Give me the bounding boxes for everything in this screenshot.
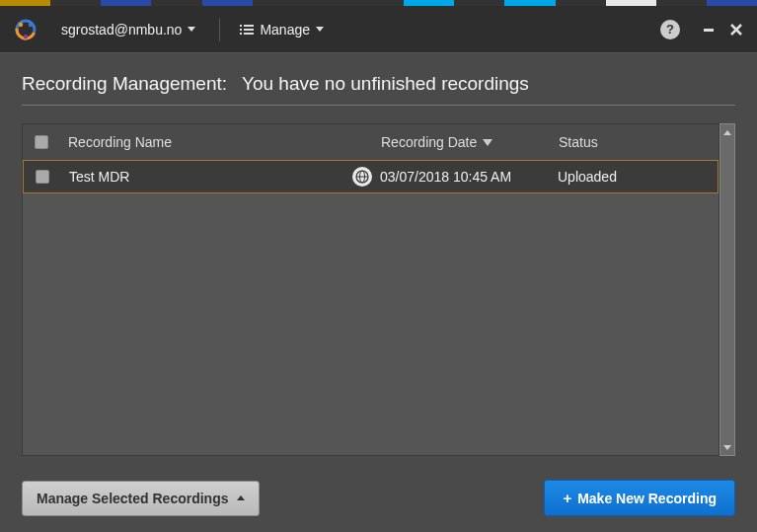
- manage-selected-button[interactable]: Manage Selected Recordings: [22, 481, 260, 516]
- minimize-button[interactable]: [700, 21, 718, 38]
- page-title-body: You have no unfinished recordings: [242, 73, 529, 94]
- row-date: 03/07/2018 10:45 AM: [380, 169, 558, 185]
- caret-up-icon: [237, 495, 245, 500]
- column-header-name[interactable]: Recording Name: [68, 134, 345, 150]
- chevron-down-icon: [723, 445, 731, 450]
- close-icon: [730, 24, 742, 36]
- manage-selected-label: Manage Selected Recordings: [37, 491, 229, 506]
- select-all-checkbox[interactable]: [35, 135, 48, 149]
- row-name: Test MDR: [69, 169, 344, 185]
- svg-point-3: [29, 22, 33, 26]
- help-button[interactable]: ?: [660, 20, 680, 39]
- row-checkbox[interactable]: [36, 170, 49, 184]
- scroll-down-button[interactable]: [720, 439, 734, 455]
- manage-menu[interactable]: Manage: [234, 16, 334, 43]
- recordings-table: Recording Name Recording Date Status Tes…: [22, 123, 735, 456]
- footer-actions: Manage Selected Recordings + Make New Re…: [22, 480, 735, 516]
- svg-point-2: [19, 22, 23, 26]
- close-button[interactable]: [727, 21, 745, 38]
- row-status: Uploaded: [558, 169, 706, 185]
- svg-rect-5: [704, 29, 714, 32]
- scroll-up-button[interactable]: [720, 124, 734, 140]
- user-menu[interactable]: sgrostad@nmbu.no: [51, 16, 205, 43]
- list-icon: [244, 25, 254, 35]
- help-icon: ?: [666, 22, 674, 37]
- caret-down-icon: [188, 27, 195, 32]
- window-tab-strip: [0, 0, 757, 6]
- app-logo-icon: [12, 16, 39, 43]
- manage-label: Manage: [260, 22, 310, 38]
- chevron-up-icon: [723, 130, 731, 135]
- svg-point-4: [24, 34, 28, 38]
- globe-icon: [352, 167, 372, 187]
- make-new-recording-button[interactable]: + Make New Recording: [544, 480, 735, 516]
- column-header-status[interactable]: Status: [559, 134, 707, 150]
- page-title-prefix: Recording Management:: [22, 73, 227, 94]
- table-header-row: Recording Name Recording Date Status: [23, 124, 719, 160]
- column-header-date[interactable]: Recording Date: [381, 134, 559, 150]
- plus-icon: +: [563, 490, 571, 506]
- vertical-scrollbar[interactable]: [719, 123, 735, 456]
- table-row[interactable]: Test MDR03/07/2018 10:45 AMUploaded: [23, 160, 719, 193]
- username-label: sgrostad@nmbu.no: [61, 22, 182, 38]
- divider: [219, 18, 220, 41]
- caret-down-icon: [316, 27, 324, 32]
- page-title: Recording Management: You have no unfini…: [22, 73, 735, 106]
- make-new-label: Make New Recording: [577, 491, 717, 506]
- titlebar: sgrostad@nmbu.no Manage ?: [0, 6, 757, 53]
- sort-desc-icon: [483, 139, 492, 146]
- content-area: Recording Management: You have no unfini…: [0, 53, 757, 532]
- minimize-icon: [703, 24, 715, 36]
